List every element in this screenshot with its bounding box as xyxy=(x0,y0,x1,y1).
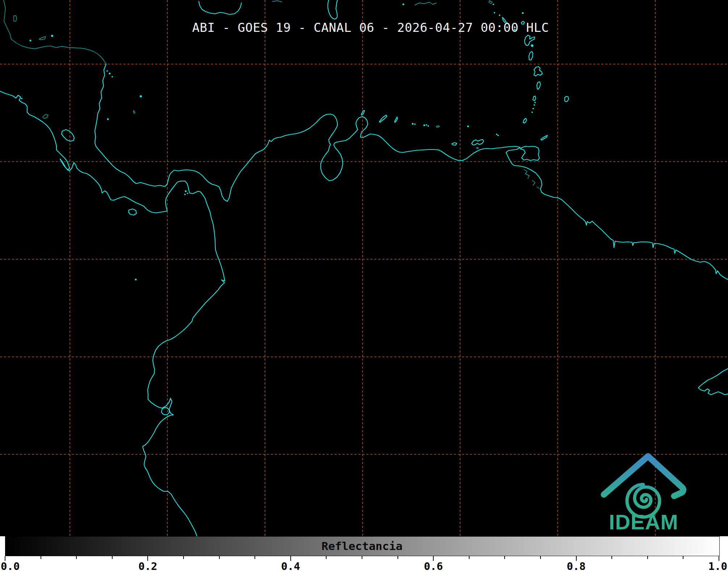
coastline-belize-honduras xyxy=(4,0,106,64)
coche-island xyxy=(476,147,479,149)
miskito-cay xyxy=(111,76,113,77)
san-andres-island xyxy=(133,110,135,114)
colorbar-tick-label: 0.8 xyxy=(567,560,585,571)
orinoco-delta-channels xyxy=(524,169,539,189)
barbuda-island xyxy=(522,12,524,14)
margarita-island xyxy=(472,139,484,145)
colorbar-tick-label: 0.4 xyxy=(281,560,300,571)
tobago-island xyxy=(541,135,547,140)
los-testigos-islet xyxy=(497,135,499,136)
colorbar-tick-label: 0.0 xyxy=(1,560,20,571)
colorbar-minor-tick xyxy=(540,556,541,559)
colorbar-minor-tick xyxy=(254,556,255,559)
st-barth-island xyxy=(493,4,494,5)
roatan-island xyxy=(39,37,46,40)
colorbar-tick-label: 0.2 xyxy=(138,560,157,571)
colorbar-minor-tick xyxy=(397,556,398,559)
colorbar-minor-tick xyxy=(611,556,612,559)
la-tortuga-island xyxy=(452,143,457,145)
utila-island xyxy=(30,40,31,42)
las-perlas-island xyxy=(185,190,187,192)
coastline-puerto-rico-south xyxy=(415,2,436,5)
colorbar-minor-tick xyxy=(469,556,470,559)
fonseca-islet xyxy=(21,98,22,99)
colorbar-minor-tick xyxy=(683,556,683,559)
puna-island xyxy=(161,408,169,415)
roof-icon xyxy=(604,456,683,496)
colorbar-tick-label: 0.6 xyxy=(424,560,443,571)
satellite-map: IDEAM ABI - GOES 19 - CANAL 06 - 2026-04… xyxy=(0,0,728,536)
logo-text: IDEAM xyxy=(609,510,678,534)
map-canvas: IDEAM xyxy=(0,0,728,536)
miskito-cay xyxy=(106,70,108,72)
mona-island xyxy=(403,4,404,5)
saba-island xyxy=(494,12,495,13)
las-perlas-island xyxy=(184,194,186,195)
colorbar-tick-label: 1.0 xyxy=(708,560,727,571)
lake-managua xyxy=(43,114,48,118)
colorbar-minor-tick xyxy=(41,556,41,559)
coastline-amazon-mouth xyxy=(698,369,728,395)
corn-island xyxy=(107,118,109,120)
grenada-island xyxy=(523,118,527,123)
colorbar-minor-tick xyxy=(504,556,505,559)
miskito-cay xyxy=(109,73,111,75)
colorbar-minor-tick xyxy=(183,556,184,559)
grenadines-islet xyxy=(534,102,536,103)
coastline-haiti-tip xyxy=(272,1,282,2)
st-eustatius-island xyxy=(499,14,500,16)
colorbar-minor-tick xyxy=(362,556,362,559)
colorbar-minor-tick xyxy=(326,556,327,559)
bonaire-island xyxy=(395,117,397,122)
las-perlas-island xyxy=(187,193,188,194)
coastline-barahona-peninsula xyxy=(328,0,337,19)
coastline-jamaica xyxy=(199,1,241,14)
aruba-island xyxy=(361,110,365,115)
colorbar-minor-tick xyxy=(76,556,77,559)
coiba-island xyxy=(129,209,136,215)
los-roques-islet xyxy=(428,125,429,127)
coastline-caribbean-mainland xyxy=(95,64,728,280)
st-martin-island xyxy=(489,1,492,4)
colorbar-minor-tick xyxy=(647,556,648,559)
coastlines xyxy=(0,0,728,536)
colorbar-label: Reflectancia xyxy=(321,536,403,556)
colorbar-minor-tick xyxy=(219,556,220,559)
los-roques-islet xyxy=(424,125,425,126)
colorbar-axis: 0.00.20.40.60.81.0 xyxy=(0,556,728,571)
las-aves-islet xyxy=(412,123,414,125)
guanaja-island xyxy=(51,35,53,37)
curacao-island xyxy=(379,115,387,122)
las-aves-islet xyxy=(414,123,416,125)
trinidad-island xyxy=(520,146,539,160)
la-blanquilla-island xyxy=(467,126,469,127)
st-lucia-island xyxy=(537,82,540,89)
providencia-island xyxy=(140,95,142,97)
barbados-island xyxy=(565,96,569,102)
los-testigos-islet xyxy=(496,134,497,135)
grenadines-islet xyxy=(534,104,535,106)
grenadines-islet xyxy=(533,108,534,109)
grenadines-islet xyxy=(531,112,533,113)
marie-galante-island xyxy=(531,45,534,47)
dominica-island xyxy=(529,51,533,60)
la-orchila-island xyxy=(436,126,439,127)
map-title: ABI - GOES 19 - CANAL 06 - 2026-04-27 00… xyxy=(192,20,549,35)
lake-nicaragua xyxy=(62,130,74,141)
malpelo-island xyxy=(135,279,137,281)
martinique-island xyxy=(534,67,542,76)
colorbar: Reflectancia xyxy=(0,536,728,556)
los-roques-islet xyxy=(426,124,427,126)
guadeloupe-island xyxy=(525,35,535,46)
graticule-grid xyxy=(0,0,728,536)
colorbar-minor-tick xyxy=(112,556,113,559)
st-vincent-island xyxy=(533,96,536,101)
coastline-pacific xyxy=(0,91,225,536)
turneffe-islands xyxy=(14,16,17,21)
ideam-logo: IDEAM xyxy=(604,456,683,534)
